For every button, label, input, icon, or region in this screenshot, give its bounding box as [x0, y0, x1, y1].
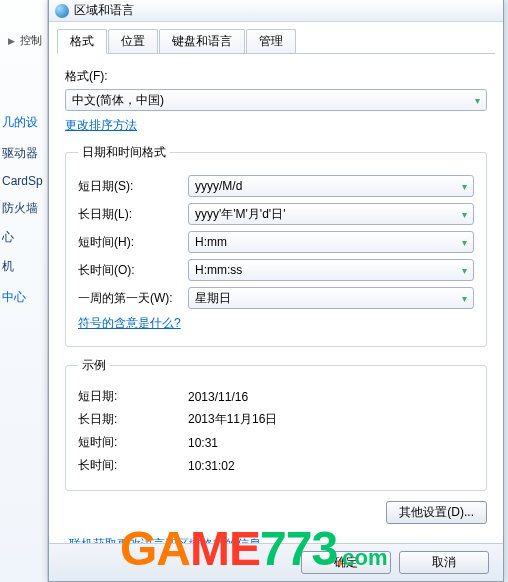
datetime-format-group: 日期和时间格式 短日期(S):yyyy/M/d▾ 长日期(L):yyyy'年'M… [65, 144, 487, 347]
shorttime-select[interactable]: H:mm▾ [188, 231, 474, 253]
chevron-down-icon: ▾ [462, 265, 467, 276]
chevron-right-icon: ▶ [8, 36, 15, 46]
left-nav: 几的设 驱动器 CardSp 防火墙 心 机 中心 [2, 100, 46, 320]
format-pane: 格式(F): 中文(简体，中国) ▾ 更改排序方法 日期和时间格式 短日期(S)… [49, 54, 503, 561]
ex-longtime-value: 10:31:02 [188, 459, 474, 473]
nav-heading[interactable]: 几的设 [2, 114, 46, 131]
longdate-label: 长日期(L): [78, 206, 188, 223]
nav-item[interactable]: 防火墙 [2, 200, 46, 217]
shorttime-label: 短时间(H): [78, 234, 188, 251]
chevron-down-icon: ▾ [475, 95, 480, 106]
longtime-label: 长时间(O): [78, 262, 188, 279]
example-group: 示例 短日期:2013/11/16 长日期:2013年11月16日 短时间:10… [65, 357, 487, 491]
region-language-dialog: 区域和语言 格式 位置 键盘和语言 管理 格式(F): 中文(简体，中国) ▾ … [48, 0, 504, 582]
dialog-title: 区域和语言 [74, 2, 134, 19]
datetime-legend: 日期和时间格式 [78, 144, 170, 161]
globe-icon [55, 4, 69, 18]
breadcrumb[interactable]: ▶ 控制 [6, 33, 42, 48]
other-settings-button[interactable]: 其他设置(D)... [386, 501, 487, 524]
format-label: 格式(F): [65, 68, 487, 85]
nav-item[interactable]: 机 [2, 258, 46, 275]
tab-divider [57, 53, 495, 54]
tab-strip: 格式 位置 键盘和语言 管理 [49, 22, 503, 53]
notation-help-link[interactable]: 符号的含意是什么? [78, 316, 181, 330]
nav-item[interactable]: 心 [2, 229, 46, 246]
ex-shortdate-value: 2013/11/16 [188, 390, 474, 404]
chevron-down-icon: ▾ [462, 181, 467, 192]
change-sort-link[interactable]: 更改排序方法 [65, 118, 137, 132]
tab-keyboard[interactable]: 键盘和语言 [159, 29, 245, 54]
shortdate-label: 短日期(S): [78, 178, 188, 195]
ex-longtime-label: 长时间: [78, 457, 188, 474]
firstday-label: 一周的第一天(W): [78, 290, 188, 307]
breadcrumb-item: 控制 [20, 34, 42, 46]
chevron-down-icon: ▾ [462, 209, 467, 220]
chevron-down-icon: ▾ [462, 237, 467, 248]
nav-item[interactable]: 中心 [2, 289, 46, 306]
ex-longdate-label: 长日期: [78, 411, 188, 428]
dialog-titlebar: 区域和语言 [49, 0, 503, 22]
ok-button[interactable]: 确定 [301, 551, 391, 574]
tab-admin[interactable]: 管理 [246, 29, 296, 54]
ex-shortdate-label: 短日期: [78, 388, 188, 405]
ex-longdate-value: 2013年11月16日 [188, 411, 474, 428]
format-select[interactable]: 中文(简体，中国) ▾ [65, 89, 487, 111]
dialog-button-bar: 确定 取消 [49, 543, 503, 581]
tab-format[interactable]: 格式 [57, 29, 107, 54]
shortdate-select[interactable]: yyyy/M/d▾ [188, 175, 474, 197]
nav-item[interactable]: CardSp [2, 174, 46, 188]
tab-location[interactable]: 位置 [108, 29, 158, 54]
ex-shorttime-label: 短时间: [78, 434, 188, 451]
longdate-select[interactable]: yyyy'年'M'月'd'日'▾ [188, 203, 474, 225]
firstday-select[interactable]: 星期日▾ [188, 287, 474, 309]
example-legend: 示例 [78, 357, 110, 374]
format-value: 中文(简体，中国) [72, 92, 164, 109]
chevron-down-icon: ▾ [462, 293, 467, 304]
cancel-button[interactable]: 取消 [399, 551, 489, 574]
longtime-select[interactable]: H:mm:ss▾ [188, 259, 474, 281]
nav-item[interactable]: 驱动器 [2, 145, 46, 162]
ex-shorttime-value: 10:31 [188, 436, 474, 450]
